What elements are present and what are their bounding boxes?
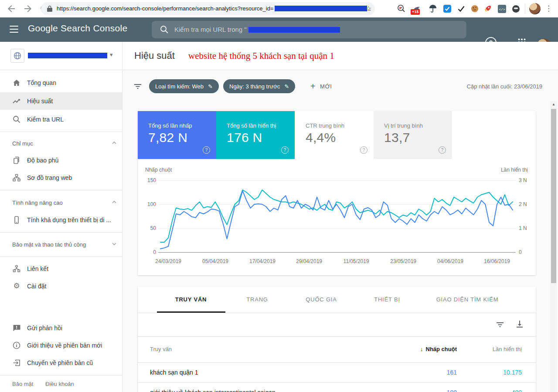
tab-countries[interactable]: QUỐC GIA xyxy=(306,287,337,313)
rocket-extension-icon[interactable] xyxy=(483,4,493,14)
divider xyxy=(0,257,122,257)
filter-icon[interactable] xyxy=(133,82,142,91)
tab-pages[interactable]: TRANG xyxy=(246,287,268,313)
metric-tile-ctr[interactable]: CTR trung bình 4,4% ? xyxy=(295,111,374,159)
metric-tile-impressions[interactable]: Tổng số lần hiển thị 176 N ? xyxy=(216,111,295,159)
tab-devices[interactable]: THIẾT BỊ xyxy=(374,287,400,313)
section-label: Bảo mật và thao tác thủ công xyxy=(12,238,86,252)
help-icon[interactable]: ? xyxy=(203,146,210,154)
filter-chip-search-type[interactable]: Loại tìm kiếm: Web ✎ xyxy=(149,79,219,93)
app-header: GoogleSearch Console Kiểm tra mọi URL tr… xyxy=(0,17,558,42)
metric-tile-position[interactable]: Vị trí trung bình 13,7 ? xyxy=(374,111,452,159)
code-extension-icon[interactable]: </> xyxy=(497,4,507,14)
sidebar-item-coverage[interactable]: Độ bao phủ xyxy=(0,152,122,169)
help-icon[interactable]: ? xyxy=(281,146,289,154)
plus-icon[interactable]: + xyxy=(310,80,316,92)
cashback-badge: +1$ xyxy=(411,9,420,15)
magnifier-icon xyxy=(12,115,21,124)
sidebar-item-settings[interactable]: ⚙ Cài đặt xyxy=(0,277,122,295)
query-cell[interactable]: giới thiệu về khách sạn intercontinental… xyxy=(150,382,276,392)
help-icon[interactable]: ? xyxy=(439,146,446,154)
privacy-link[interactable]: Bảo mật xyxy=(12,381,33,387)
chip-label: Ngày: 3 tháng trước xyxy=(229,83,280,90)
y-tick-right: 0 xyxy=(519,249,536,255)
sidebar-item-label: Liên kết xyxy=(27,260,48,277)
sidebar-item-links[interactable]: Liên kết xyxy=(0,260,122,277)
sidebar-item-sitemaps[interactable]: Sơ đồ trang web xyxy=(0,169,122,186)
forward-icon[interactable] xyxy=(23,3,33,14)
checkmark-extension-icon[interactable] xyxy=(456,4,466,14)
todo-check-extension-icon[interactable] xyxy=(442,4,452,14)
sidebar-section-index[interactable]: Chỉ mục xyxy=(0,137,122,151)
sidebar-item-url-inspect[interactable]: Kiểm tra URL xyxy=(0,111,122,128)
cashback-extension-icon[interactable]: +1$ xyxy=(412,4,421,14)
sidebar-item-performance[interactable]: Hiệu suất xyxy=(0,92,122,110)
y-tick-left: 150 xyxy=(139,177,156,183)
logo-google: Google xyxy=(28,23,58,33)
address-bar[interactable]: https://search.google.com/search-console… xyxy=(41,2,375,15)
y-tick-right: 2 N xyxy=(519,201,536,207)
query-cell[interactable]: khách sạn quận 1 xyxy=(150,362,198,382)
bookmark-star-icon[interactable]: ☆ xyxy=(365,4,371,14)
scrollbar[interactable]: ▲ xyxy=(550,101,557,392)
divider xyxy=(0,190,122,190)
sidebar: ▾ Tổng quan Hiệu suất Kiểm tra URL Chỉ m… xyxy=(0,42,122,392)
table-filter-icon[interactable] xyxy=(496,320,504,329)
sidebar-item-feedback[interactable]: Gửi phản hồi xyxy=(0,319,122,337)
logo-search-console: Search Console xyxy=(61,23,128,33)
table-row[interactable]: giới thiệu về khách sạn intercontinental… xyxy=(138,382,536,392)
metric-label: Tổng số lần nhấp xyxy=(148,122,192,129)
umbrella-extension-icon[interactable] xyxy=(428,4,438,14)
x-tick: 05/04/2019 xyxy=(198,258,233,264)
chevron-down-icon xyxy=(111,241,118,247)
tab-queries[interactable]: TRUY VẤN xyxy=(175,287,207,313)
property-censor-bar xyxy=(28,53,107,58)
filter-chip-date-range[interactable]: Ngày: 3 tháng trước ✎ xyxy=(223,79,295,93)
browser-menu-icon[interactable]: ⋮ xyxy=(545,3,552,14)
sidebar-item-overview[interactable]: Tổng quan xyxy=(0,74,122,91)
sidebar-item-about-new-version[interactable]: Giới thiệu về phiên bản mới xyxy=(0,337,122,354)
y-tick-right: 1 N xyxy=(519,225,536,231)
url-inspect-search[interactable]: Kiểm tra mọi URL trong " xyxy=(152,21,466,38)
svg-text:</>: </> xyxy=(499,7,505,11)
line-chart-plot[interactable] xyxy=(158,176,516,255)
browser-profile-avatar[interactable] xyxy=(529,3,541,14)
scrollbar-thumb[interactable] xyxy=(551,109,556,283)
svg-text:IP: IP xyxy=(399,7,402,10)
page-title: Hiệu suất xyxy=(134,42,175,70)
ip-extension-icon[interactable]: IP xyxy=(397,4,406,14)
search-icon xyxy=(160,25,169,34)
column-header-clicks[interactable]: ↓Nhấp chuột xyxy=(420,336,457,362)
chip-label: Loại tìm kiếm: Web xyxy=(155,83,204,90)
scroll-up-arrow-icon[interactable]: ▲ xyxy=(550,101,557,108)
property-selector[interactable]: ▾ xyxy=(0,42,122,70)
help-icon[interactable]: ? xyxy=(360,146,367,154)
lock-icon xyxy=(47,5,53,12)
search-placeholder: Kiểm tra mọi URL trong " xyxy=(174,21,340,38)
cookie-extension-icon[interactable] xyxy=(470,4,480,14)
terms-link[interactable]: Điều khoản xyxy=(45,381,74,387)
y-tick-left: 0 xyxy=(139,249,156,255)
back-icon[interactable] xyxy=(6,3,17,14)
column-header-impressions[interactable]: Lần hiển thị xyxy=(493,336,522,362)
sidebar-section-security[interactable]: Bảo mật và thao tác thủ công xyxy=(0,238,122,252)
metric-tile-clicks[interactable]: Tổng số lần nhấp 7,82 N ? xyxy=(138,111,216,159)
table-row[interactable]: khách sạn quận 1 161 10.175 xyxy=(138,362,536,383)
sidebar-item-mobile-usability[interactable]: Tính khả dụng trên thiết bị di ... xyxy=(0,211,122,229)
x-tick: 24/03/2019 xyxy=(151,258,186,264)
sort-desc-icon: ↓ xyxy=(420,346,423,352)
tab-search-appearance[interactable]: GIAO DIỆN TÌM KIẾM xyxy=(436,287,499,313)
sidebar-item-legacy-version[interactable]: Chuyển về phiên bản cũ xyxy=(0,354,122,372)
product-logo[interactable]: GoogleSearch Console xyxy=(28,23,128,34)
column-header-query[interactable]: Truy vấn xyxy=(150,336,172,362)
new-filter-button[interactable]: MỚI xyxy=(320,83,332,90)
incognito-extension-icon[interactable] xyxy=(511,4,521,14)
menu-hamburger-icon[interactable] xyxy=(10,26,18,33)
left-axis-label: Nhấp chuột xyxy=(145,167,172,173)
info-icon xyxy=(12,341,21,350)
table-tabs: TRUY VẤN TRANG QUỐC GIA THIẾT BỊ GIAO DI… xyxy=(138,287,536,313)
chevron-up-icon xyxy=(111,140,118,145)
sidebar-section-enhancements[interactable]: Tính năng nâng cao xyxy=(0,196,122,210)
download-icon[interactable] xyxy=(515,319,524,329)
coverage-pages-icon xyxy=(12,156,21,165)
